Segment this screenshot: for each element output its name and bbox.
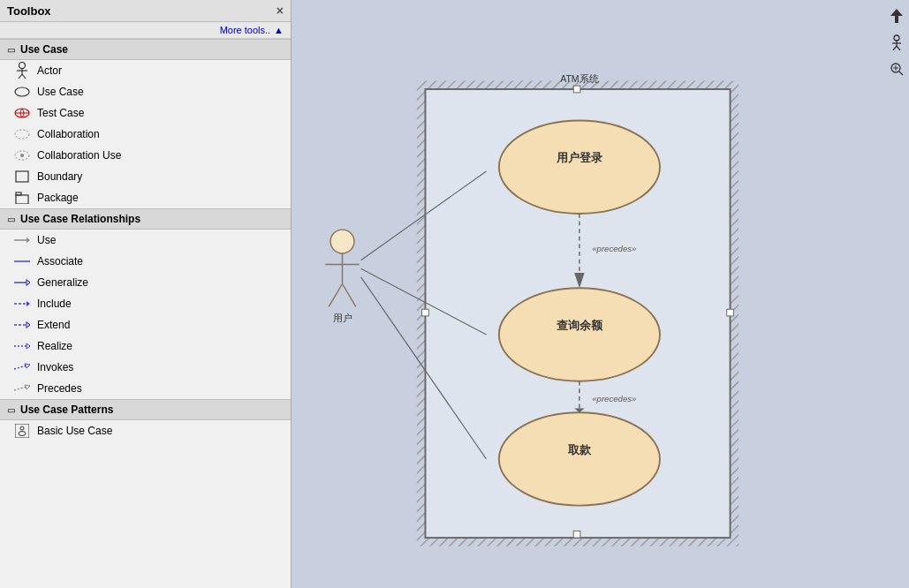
actor-icon bbox=[14, 63, 30, 79]
person-tool[interactable] bbox=[888, 34, 905, 51]
tool-use-label: Use bbox=[37, 234, 56, 246]
collapse-icon: ▭ bbox=[7, 45, 15, 55]
tool-generalize[interactable]: Generalize bbox=[0, 272, 291, 293]
svg-marker-61 bbox=[890, 9, 903, 16]
svg-text:用户: 用户 bbox=[333, 313, 352, 323]
section-patterns-label: Use Case Patterns bbox=[20, 403, 113, 416]
tool-package[interactable]: Package bbox=[0, 187, 291, 208]
usecase-icon bbox=[14, 84, 30, 100]
tool-boundary[interactable]: Boundary bbox=[0, 166, 291, 187]
svg-marker-53 bbox=[574, 408, 585, 412]
precedes-icon bbox=[14, 381, 30, 396]
tool-collaboration-label: Collaboration bbox=[37, 128, 100, 140]
svg-marker-28 bbox=[25, 385, 30, 389]
tool-collaboration[interactable]: Collaboration bbox=[0, 124, 291, 145]
tool-precedes[interactable]: Precedes bbox=[0, 378, 291, 399]
realize-icon bbox=[14, 338, 30, 354]
more-tools-chevron-icon: ▲ bbox=[274, 25, 284, 35]
collapse-icon-rel: ▭ bbox=[7, 215, 15, 224]
section-relationships-label: Use Case Relationships bbox=[20, 213, 140, 225]
svg-rect-13 bbox=[16, 192, 21, 195]
svg-text:取款: 取款 bbox=[568, 443, 592, 456]
svg-marker-22 bbox=[27, 322, 30, 328]
svg-line-59 bbox=[343, 283, 356, 306]
boundary-label: ATM系统 bbox=[560, 73, 598, 84]
svg-rect-36 bbox=[573, 86, 580, 93]
svg-marker-50 bbox=[574, 273, 585, 288]
tool-realize[interactable]: Realize bbox=[0, 335, 291, 357]
section-use-case-label: Use Case bbox=[20, 43, 68, 56]
collaboration-icon bbox=[14, 126, 30, 142]
svg-line-58 bbox=[329, 283, 342, 306]
diagram-svg: ATM系统 用户登录 查询余额 取款 «pre bbox=[292, 0, 884, 588]
svg-point-0 bbox=[19, 63, 26, 69]
svg-marker-20 bbox=[27, 301, 30, 306]
svg-rect-39 bbox=[422, 309, 429, 316]
toolbox-more-tools[interactable]: More tools.. ▲ bbox=[0, 22, 291, 39]
section-use-case[interactable]: ▭ Use Case bbox=[0, 39, 291, 60]
tool-package-label: Package bbox=[37, 192, 79, 204]
svg-point-10 bbox=[20, 154, 24, 157]
tool-include[interactable]: Include bbox=[0, 293, 291, 314]
svg-line-25 bbox=[14, 366, 27, 369]
svg-line-41 bbox=[361, 268, 487, 335]
section-patterns[interactable]: ▭ Use Case Patterns bbox=[0, 399, 291, 420]
tool-associate[interactable]: Associate bbox=[0, 251, 291, 272]
tool-precedes-label: Precedes bbox=[37, 382, 82, 395]
svg-marker-18 bbox=[27, 280, 30, 285]
svg-point-63 bbox=[894, 35, 899, 41]
canvas-area: ATM系统 用户登录 查询余额 取款 «pre bbox=[292, 0, 909, 588]
svg-point-31 bbox=[19, 432, 26, 436]
toolbox-close-button[interactable]: × bbox=[276, 4, 284, 18]
tool-actor[interactable]: Actor bbox=[0, 60, 291, 81]
svg-line-67 bbox=[897, 46, 900, 50]
tool-test-case[interactable]: Test Case bbox=[0, 102, 291, 124]
tool-generalize-label: Generalize bbox=[37, 276, 88, 289]
svg-rect-38 bbox=[573, 531, 580, 538]
svg-text:«precedes»: «precedes» bbox=[592, 394, 636, 403]
arrow-up-tool[interactable] bbox=[888, 7, 905, 25]
svg-line-66 bbox=[893, 46, 897, 50]
svg-line-4 bbox=[22, 74, 26, 79]
section-relationships[interactable]: ▭ Use Case Relationships bbox=[0, 208, 291, 230]
include-icon bbox=[14, 296, 30, 312]
associate-icon bbox=[14, 253, 30, 269]
toolbox-title: Toolbox bbox=[7, 4, 51, 18]
svg-point-55 bbox=[330, 230, 354, 253]
tool-boundary-label: Boundary bbox=[37, 170, 82, 183]
svg-marker-24 bbox=[27, 343, 30, 349]
svg-rect-11 bbox=[16, 171, 28, 182]
svg-point-5 bbox=[15, 87, 29, 96]
svg-text:用户登录: 用户登录 bbox=[556, 151, 603, 164]
tool-use-case[interactable]: Use Case bbox=[0, 81, 291, 102]
svg-line-40 bbox=[361, 171, 487, 260]
toolbox-header: Toolbox × bbox=[0, 0, 291, 22]
svg-line-42 bbox=[361, 277, 487, 459]
diagram-canvas[interactable]: ATM系统 用户登录 查询余额 取款 «pre bbox=[292, 0, 884, 588]
tool-extend-label: Extend bbox=[37, 319, 70, 331]
zoom-tool[interactable] bbox=[888, 60, 905, 78]
svg-rect-35 bbox=[425, 89, 730, 538]
tool-basic-use-case[interactable]: Basic Use Case bbox=[0, 420, 291, 441]
tool-include-label: Include bbox=[37, 298, 72, 310]
tool-invokes[interactable]: Invokes bbox=[0, 357, 291, 378]
testcase-icon bbox=[14, 105, 30, 121]
svg-rect-33 bbox=[417, 80, 739, 546]
right-toolbar bbox=[884, 0, 909, 588]
svg-rect-37 bbox=[727, 309, 734, 316]
package-icon bbox=[14, 190, 30, 206]
svg-rect-12 bbox=[16, 195, 28, 204]
tool-realize-label: Realize bbox=[37, 340, 72, 352]
boundary-icon bbox=[14, 169, 30, 185]
svg-point-43 bbox=[499, 120, 660, 213]
invokes-icon bbox=[14, 359, 30, 375]
tool-use-case-label: Use Case bbox=[37, 86, 84, 98]
svg-rect-62 bbox=[895, 16, 898, 23]
tool-use[interactable]: Use bbox=[0, 230, 291, 251]
svg-text:查询余额: 查询余额 bbox=[557, 319, 603, 332]
tool-collaboration-use[interactable]: Collaboration Use bbox=[0, 145, 291, 166]
tool-extend[interactable]: Extend bbox=[0, 314, 291, 335]
svg-rect-34 bbox=[425, 89, 730, 538]
svg-line-3 bbox=[19, 74, 22, 79]
tool-test-case-label: Test Case bbox=[37, 107, 84, 119]
